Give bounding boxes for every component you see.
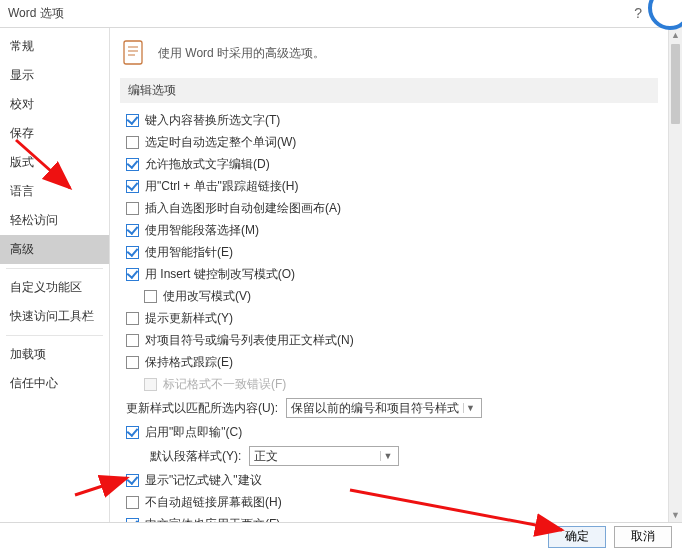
scrollbar-thumb[interactable] [671, 44, 680, 124]
option-checkbox[interactable] [126, 426, 139, 439]
option-no-hyperlink-screenshot: 不自动超链接屏幕截图(H) [126, 491, 658, 513]
option-chinese-western: 中文字体也应用于西文(F) [126, 513, 658, 522]
option-row: 使用智能指针(E) [126, 241, 658, 263]
combo-value: 正文 [254, 448, 376, 465]
option-row: 键入内容替换所选文字(T) [126, 109, 658, 131]
combo-label: 更新样式以匹配所选内容(U): [126, 400, 278, 417]
dialog-title: Word 选项 [8, 5, 64, 22]
option-checkbox[interactable] [126, 246, 139, 259]
option-checkbox[interactable] [126, 136, 139, 149]
option-checkbox [144, 378, 157, 391]
header-description: 使用 Word 时采用的高级选项。 [158, 45, 325, 62]
option-row: 标记格式不一致错误(F) [126, 373, 658, 395]
combo-box[interactable]: 保留以前的编号和项目符号样式▼ [286, 398, 482, 418]
option-label: 键入内容替换所选文字(T) [145, 112, 280, 129]
scroll-down-icon[interactable]: ▼ [669, 508, 682, 522]
chevron-down-icon: ▼ [463, 403, 477, 413]
ok-button[interactable]: 确定 [548, 526, 606, 548]
option-row: 用"Ctrl + 单击"跟踪超链接(H) [126, 175, 658, 197]
option-label: 对项目符号或编号列表使用正文样式(N) [145, 332, 354, 349]
option-checkbox[interactable] [126, 202, 139, 215]
option-checkbox[interactable] [126, 312, 139, 325]
option-label: 使用智能段落选择(M) [145, 222, 259, 239]
vertical-scrollbar[interactable]: ▲ ▼ [668, 28, 682, 522]
sidebar-item[interactable]: 轻松访问 [0, 206, 109, 235]
sidebar-item[interactable]: 信任中心 [0, 369, 109, 398]
option-row: 选定时自动选定整个单词(W) [126, 131, 658, 153]
option-row: 允许拖放式文字编辑(D) [126, 153, 658, 175]
option-label: 标记格式不一致错误(F) [163, 376, 286, 393]
option-checkbox[interactable] [126, 114, 139, 127]
combo-update-style: 更新样式以匹配所选内容(U):保留以前的编号和项目符号样式▼ [126, 395, 658, 421]
option-label: 不自动超链接屏幕截图(H) [145, 494, 282, 511]
corner-decoration [648, 0, 682, 30]
sidebar-item[interactable]: 版式 [0, 148, 109, 177]
combo-value: 保留以前的编号和项目符号样式 [291, 400, 459, 417]
sidebar-item[interactable]: 高级 [0, 235, 109, 264]
combo-default-paragraph: 默认段落样式(Y):正文▼ [126, 443, 658, 469]
chevron-down-icon: ▼ [380, 451, 394, 461]
section-title-editing: 编辑选项 [120, 78, 658, 103]
option-checkbox[interactable] [126, 224, 139, 237]
option-label: 显示"记忆式键入"建议 [145, 472, 262, 489]
option-checkbox[interactable] [126, 496, 139, 509]
sidebar-item[interactable]: 常规 [0, 32, 109, 61]
option-checkbox[interactable] [126, 268, 139, 281]
option-label: 使用智能指针(E) [145, 244, 233, 261]
option-row: 插入自选图形时自动创建绘图画布(A) [126, 197, 658, 219]
combo-box[interactable]: 正文▼ [249, 446, 399, 466]
option-checkbox[interactable] [144, 290, 157, 303]
option-row: 对项目符号或编号列表使用正文样式(N) [126, 329, 658, 351]
svg-rect-0 [124, 41, 142, 64]
option-label: 使用改写模式(V) [163, 288, 251, 305]
cancel-button[interactable]: 取消 [614, 526, 672, 548]
option-row: 使用智能段落选择(M) [126, 219, 658, 241]
option-memory-suggest: 显示"记忆式键入"建议 [126, 469, 658, 491]
option-row: 使用改写模式(V) [126, 285, 658, 307]
sidebar-item[interactable]: 自定义功能区 [0, 273, 109, 302]
option-row: 用 Insert 键控制改写模式(O) [126, 263, 658, 285]
option-label: 启用"即点即输"(C) [145, 424, 242, 441]
option-row: 提示更新样式(Y) [126, 307, 658, 329]
option-label: 保持格式跟踪(E) [145, 354, 233, 371]
option-checkbox[interactable] [126, 474, 139, 487]
option-checkbox[interactable] [126, 356, 139, 369]
scroll-up-icon[interactable]: ▲ [669, 28, 682, 42]
option-label: 用 Insert 键控制改写模式(O) [145, 266, 295, 283]
option-checkbox[interactable] [126, 334, 139, 347]
option-row: 保持格式跟踪(E) [126, 351, 658, 373]
sidebar-item[interactable]: 快速访问工具栏 [0, 302, 109, 331]
help-icon[interactable]: ? [634, 5, 642, 21]
option-label: 选定时自动选定整个单词(W) [145, 134, 296, 151]
option-label: 允许拖放式文字编辑(D) [145, 156, 270, 173]
option-label: 提示更新样式(Y) [145, 310, 233, 327]
option-label: 用"Ctrl + 单击"跟踪超链接(H) [145, 178, 299, 195]
document-icon [120, 38, 148, 68]
category-sidebar: 常规显示校对保存版式语言轻松访问高级自定义功能区快速访问工具栏加载项信任中心 [0, 28, 110, 522]
sidebar-item[interactable]: 保存 [0, 119, 109, 148]
sidebar-item[interactable]: 语言 [0, 177, 109, 206]
option-label: 插入自选图形时自动创建绘图画布(A) [145, 200, 341, 217]
sidebar-item[interactable]: 显示 [0, 61, 109, 90]
option-click-enter: 启用"即点即输"(C) [126, 421, 658, 443]
option-checkbox[interactable] [126, 180, 139, 193]
option-checkbox[interactable] [126, 158, 139, 171]
sidebar-item[interactable]: 校对 [0, 90, 109, 119]
sidebar-item[interactable]: 加载项 [0, 340, 109, 369]
combo-label: 默认段落样式(Y): [150, 448, 241, 465]
